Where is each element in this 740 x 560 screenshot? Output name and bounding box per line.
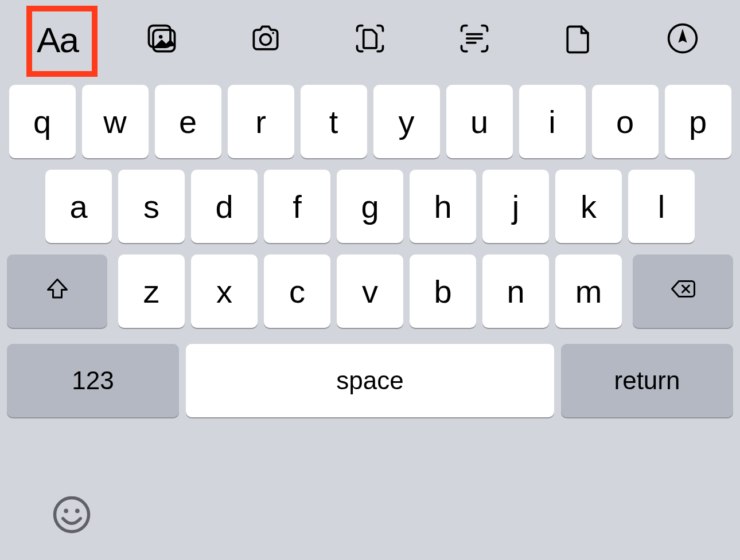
space-key[interactable]: space: [186, 344, 554, 417]
markup-button[interactable]: [660, 17, 706, 62]
attach-file-button[interactable]: [555, 17, 601, 62]
toolbar: Aa: [0, 0, 740, 79]
key-f[interactable]: f: [264, 170, 330, 243]
camera-button[interactable]: [243, 17, 289, 62]
return-key[interactable]: return: [561, 344, 733, 417]
scan-document-button[interactable]: [347, 17, 393, 62]
key-a[interactable]: a: [45, 170, 112, 243]
key-k[interactable]: k: [555, 170, 622, 243]
keyboard-row-1: q w e r t y u i o p: [6, 85, 734, 158]
key-r[interactable]: r: [228, 85, 294, 158]
key-z[interactable]: z: [118, 254, 185, 328]
bottom-bar: [52, 495, 92, 537]
key-i[interactable]: i: [519, 85, 586, 158]
svg-point-2: [159, 35, 163, 39]
emoji-keyboard-button[interactable]: [52, 495, 92, 537]
key-m[interactable]: m: [555, 254, 622, 328]
scan-text-icon: [457, 21, 492, 58]
key-e[interactable]: e: [155, 85, 221, 158]
photos-icon: [145, 21, 179, 58]
key-n[interactable]: n: [482, 254, 549, 328]
text-format-button[interactable]: Aa: [34, 17, 80, 62]
key-y[interactable]: y: [373, 85, 440, 158]
key-x[interactable]: x: [191, 254, 258, 328]
key-q[interactable]: q: [9, 85, 76, 158]
svg-point-4: [272, 32, 275, 34]
shift-key[interactable]: [7, 254, 107, 328]
numbers-key[interactable]: 123: [7, 344, 179, 417]
scan-document-icon: [353, 21, 387, 58]
markup-icon: [665, 21, 700, 58]
backspace-icon: [669, 273, 697, 310]
keyboard-row-2: a s d f g h j k l: [6, 170, 734, 243]
photos-button[interactable]: [139, 17, 185, 62]
keyboard: q w e r t y u i o p a s d f g h j k l z …: [0, 79, 740, 417]
key-o[interactable]: o: [592, 85, 659, 158]
svg-point-12: [64, 509, 68, 514]
key-l[interactable]: l: [628, 170, 695, 243]
key-h[interactable]: h: [410, 170, 476, 243]
key-d[interactable]: d: [191, 170, 258, 243]
shift-icon: [44, 273, 71, 310]
svg-point-3: [260, 34, 271, 45]
key-s[interactable]: s: [118, 170, 185, 243]
key-p[interactable]: p: [665, 85, 731, 158]
scan-text-button[interactable]: [451, 17, 497, 62]
svg-point-13: [75, 509, 80, 514]
key-v[interactable]: v: [337, 254, 403, 328]
document-icon: [561, 21, 595, 58]
svg-point-11: [54, 498, 88, 531]
key-c[interactable]: c: [264, 254, 330, 328]
key-j[interactable]: j: [482, 170, 549, 243]
keyboard-row-3: z x c v b n m: [6, 254, 734, 328]
key-b[interactable]: b: [410, 254, 476, 328]
key-g[interactable]: g: [337, 170, 403, 243]
key-t[interactable]: t: [301, 85, 367, 158]
camera-icon: [248, 21, 283, 58]
keyboard-row-bottom: 123 space return: [6, 344, 734, 417]
emoji-icon: [52, 527, 92, 536]
key-u[interactable]: u: [446, 85, 513, 158]
backspace-key[interactable]: [633, 254, 733, 328]
key-w[interactable]: w: [82, 85, 149, 158]
text-format-icon: Aa: [37, 19, 78, 60]
